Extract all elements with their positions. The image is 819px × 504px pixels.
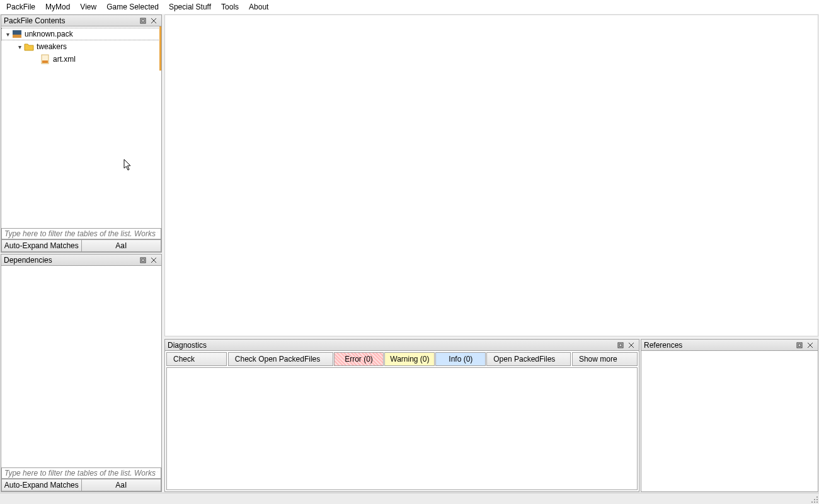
packfile-contents-panel: PackFile Contents ▾ unknown.pack — [1, 14, 162, 253]
menu-packfile[interactable]: PackFile — [1, 1, 40, 13]
svg-rect-9 — [142, 259, 144, 261]
svg-rect-0 — [140, 18, 146, 23]
error-filter-pill[interactable]: Error (0) — [334, 352, 384, 366]
close-icon[interactable] — [149, 256, 159, 265]
resize-grip-icon[interactable] — [810, 495, 818, 503]
scroll-accent — [159, 26, 161, 71]
float-icon[interactable] — [138, 16, 148, 25]
xml-file-icon — [40, 54, 50, 64]
tree-root-label: unknown.pack — [25, 30, 73, 38]
packfile-tree[interactable]: ▾ unknown.pack ▾ tweakers — [1, 26, 161, 228]
case-sensitivity-toggle[interactable]: AaI — [82, 239, 162, 252]
tree-folder-label: tweakers — [37, 42, 67, 51]
panel-title-contents: PackFile Contents — [4, 16, 137, 25]
float-icon[interactable] — [138, 256, 148, 265]
open-packedfiles-only-button[interactable]: Open PackedFiles Only — [486, 352, 571, 366]
diagnostics-panel: Diagnostics Check PackFile Check Open Pa… — [164, 339, 639, 492]
references-panel: References — [641, 339, 818, 492]
editor-area — [164, 14, 818, 336]
close-icon[interactable] — [805, 341, 815, 350]
case-sensitivity-toggle[interactable]: AaI — [82, 479, 162, 491]
check-packfile-button[interactable]: Check PackFile — [166, 352, 227, 366]
dependencies-tree[interactable] — [1, 266, 161, 467]
panel-title-diagnostics: Diagnostics — [168, 341, 615, 350]
status-bar — [0, 493, 819, 504]
diagnostics-results[interactable] — [166, 367, 638, 490]
diagnostics-toolbar: Check PackFile Check Open PackedFiles On… — [165, 351, 639, 367]
info-filter-pill[interactable]: Info (0) — [435, 352, 486, 366]
dependencies-filter-input[interactable] — [1, 467, 161, 479]
auto-expand-toggle[interactable]: Auto-Expand Matches — [1, 479, 82, 491]
close-icon[interactable] — [626, 341, 636, 350]
svg-rect-17 — [798, 344, 801, 346]
expand-arrow-icon[interactable]: ▾ — [3, 31, 12, 38]
float-icon[interactable] — [616, 341, 626, 350]
panel-title-references: References — [644, 341, 794, 350]
svg-rect-5 — [13, 35, 21, 38]
references-list[interactable] — [641, 351, 818, 491]
show-more-filters-button[interactable]: Show more filters — [572, 352, 638, 366]
folder-icon — [24, 42, 34, 52]
menu-mymod[interactable]: MyMod — [40, 1, 75, 13]
auto-expand-toggle[interactable]: Auto-Expand Matches — [1, 239, 82, 252]
dependencies-panel: Dependencies Auto-Expand Matches AaI — [1, 254, 162, 492]
packfile-icon — [12, 29, 22, 39]
svg-rect-12 — [618, 343, 623, 348]
svg-rect-7 — [42, 60, 48, 63]
menu-special-stuff[interactable]: Special Stuff — [164, 1, 216, 13]
expand-arrow-icon[interactable]: ▾ — [15, 43, 24, 50]
menu-about[interactable]: About — [244, 1, 273, 13]
contents-filter-input[interactable] — [1, 228, 161, 239]
svg-rect-1 — [142, 20, 144, 22]
panel-title-dependencies: Dependencies — [4, 256, 137, 265]
float-icon[interactable] — [794, 341, 805, 350]
tree-root[interactable]: ▾ unknown.pack — [1, 28, 161, 40]
svg-rect-16 — [797, 343, 802, 348]
menu-bar: PackFile MyMod View Game Selected Specia… — [0, 0, 819, 14]
tree-file-label: art.xml — [53, 55, 76, 64]
tree-folder[interactable]: ▾ tweakers — [1, 40, 161, 53]
warning-filter-pill[interactable]: Warning (0) — [384, 352, 435, 366]
menu-tools[interactable]: Tools — [216, 1, 244, 13]
check-open-only-button[interactable]: Check Open PackedFiles Only — [228, 352, 333, 366]
menu-game-selected[interactable]: Game Selected — [101, 1, 164, 13]
svg-rect-8 — [140, 258, 146, 263]
menu-view[interactable]: View — [75, 1, 101, 13]
close-icon[interactable] — [149, 16, 159, 25]
svg-rect-13 — [619, 344, 622, 346]
tree-file[interactable]: art.xml — [1, 53, 161, 66]
